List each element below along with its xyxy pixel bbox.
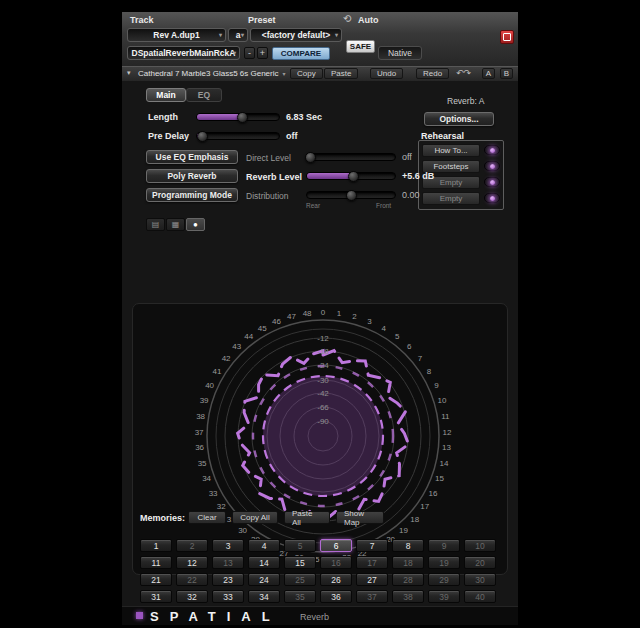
memory-button-32[interactable]: 32 bbox=[176, 590, 208, 603]
view-list-button[interactable]: ▤ bbox=[146, 218, 165, 231]
memory-button-5[interactable]: 5 bbox=[284, 539, 316, 552]
settings-menu-caret-icon[interactable]: ▾ bbox=[127, 69, 131, 77]
options-button[interactable]: Options... bbox=[424, 112, 494, 126]
memory-button-31[interactable]: 31 bbox=[140, 590, 172, 603]
rehearsal-led-2[interactable] bbox=[484, 161, 500, 171]
predelay-slider[interactable] bbox=[196, 132, 280, 140]
memory-button-17[interactable]: 17 bbox=[356, 556, 388, 569]
plugin-selector[interactable]: DSpatialReverbMainRckA ▾ bbox=[127, 46, 240, 60]
memory-button-28[interactable]: 28 bbox=[392, 573, 424, 586]
direct-level-slider[interactable] bbox=[306, 153, 396, 161]
memory-button-19[interactable]: 19 bbox=[428, 556, 460, 569]
setting-name[interactable]: Cathedral 7 Marble3 Glass5 6s Generic▾ bbox=[138, 69, 286, 78]
memory-button-11[interactable]: 11 bbox=[140, 556, 172, 569]
memory-button-36[interactable]: 36 bbox=[320, 590, 352, 603]
reverb-level-slider[interactable] bbox=[306, 172, 396, 180]
length-slider[interactable] bbox=[196, 113, 280, 121]
polar-display[interactable]: 0123456789101112131415161718192021222324… bbox=[133, 304, 507, 574]
memory-button-16[interactable]: 16 bbox=[320, 556, 352, 569]
reverb-level-value[interactable]: +5.6 dB bbox=[402, 171, 434, 181]
memory-button-20[interactable]: 20 bbox=[464, 556, 496, 569]
predelay-slider-knob[interactable] bbox=[197, 131, 208, 142]
predelay-value[interactable]: off bbox=[286, 131, 298, 141]
track-selector[interactable]: Rev A.dup1 ▾ bbox=[127, 28, 226, 42]
reverb-level-slider-knob[interactable] bbox=[348, 171, 359, 182]
distribution-value[interactable]: 0.00 bbox=[402, 190, 420, 200]
view-polar-button[interactable]: ● bbox=[186, 218, 205, 231]
memory-button-25[interactable]: 25 bbox=[284, 573, 316, 586]
memory-button-3[interactable]: 3 bbox=[212, 539, 244, 552]
preset-increment-button[interactable]: + bbox=[257, 47, 268, 59]
memory-button-33[interactable]: 33 bbox=[212, 590, 244, 603]
length-value[interactable]: 6.83 Sec bbox=[286, 112, 322, 122]
led-dot-icon bbox=[490, 148, 495, 153]
length-label: Length bbox=[148, 112, 178, 122]
memory-button-4[interactable]: 4 bbox=[248, 539, 280, 552]
memory-button-30[interactable]: 30 bbox=[464, 573, 496, 586]
memory-button-29[interactable]: 29 bbox=[428, 573, 460, 586]
memory-button-1[interactable]: 1 bbox=[140, 539, 172, 552]
distribution-slider-knob[interactable] bbox=[346, 190, 357, 201]
memory-button-7[interactable]: 7 bbox=[356, 539, 388, 552]
memory-button-2[interactable]: 2 bbox=[176, 539, 208, 552]
setting-b-button[interactable]: B bbox=[500, 68, 513, 79]
automation-letter-selector[interactable]: a ▾ bbox=[228, 28, 248, 42]
copy-all-button[interactable]: Copy All bbox=[232, 511, 278, 524]
safe-button[interactable]: SAFE bbox=[346, 40, 375, 53]
direct-level-value[interactable]: off bbox=[402, 152, 412, 162]
memory-button-8[interactable]: 8 bbox=[392, 539, 424, 552]
preset-selector[interactable]: <factory default> ▾ bbox=[250, 28, 342, 42]
memory-button-9[interactable]: 9 bbox=[428, 539, 460, 552]
memory-button-10[interactable]: 10 bbox=[464, 539, 496, 552]
memory-button-39[interactable]: 39 bbox=[428, 590, 460, 603]
compare-button[interactable]: COMPARE bbox=[272, 47, 330, 60]
rehearsal-led-3[interactable] bbox=[484, 177, 500, 187]
rehearsal-led-1[interactable] bbox=[484, 145, 500, 155]
native-button[interactable]: Native bbox=[378, 46, 422, 60]
preset-revert-icon[interactable]: ⟲ bbox=[343, 14, 351, 24]
memory-button-27[interactable]: 27 bbox=[356, 573, 388, 586]
setting-a-button[interactable]: A bbox=[482, 68, 495, 79]
memory-button-18[interactable]: 18 bbox=[392, 556, 424, 569]
polar-speaker-label: 8 bbox=[427, 367, 432, 376]
show-map-button[interactable]: Show Map bbox=[336, 511, 384, 524]
copy-button[interactable]: Copy bbox=[290, 68, 323, 79]
preset-decrement-button[interactable]: - bbox=[244, 47, 255, 59]
clear-button[interactable]: Clear bbox=[188, 511, 226, 524]
polar-speaker-label: 40 bbox=[205, 381, 214, 390]
length-slider-knob[interactable] bbox=[237, 112, 248, 123]
memory-button-13[interactable]: 13 bbox=[212, 556, 244, 569]
memory-button-35[interactable]: 35 bbox=[284, 590, 316, 603]
memory-button-40[interactable]: 40 bbox=[464, 590, 496, 603]
memory-button-37[interactable]: 37 bbox=[356, 590, 388, 603]
memory-button-14[interactable]: 14 bbox=[248, 556, 280, 569]
paste-all-button[interactable]: Paste All bbox=[284, 511, 330, 524]
rehearsal-item-how-to[interactable]: How To... bbox=[422, 144, 480, 157]
paste-button[interactable]: Paste bbox=[324, 68, 358, 79]
settings-toolbar: ▾ Cathedral 7 Marble3 Glass5 6s Generic▾… bbox=[122, 66, 518, 82]
memory-button-38[interactable]: 38 bbox=[392, 590, 424, 603]
memory-button-22[interactable]: 22 bbox=[176, 573, 208, 586]
memory-button-24[interactable]: 24 bbox=[248, 573, 280, 586]
memory-button-34[interactable]: 34 bbox=[248, 590, 280, 603]
memory-button-26[interactable]: 26 bbox=[320, 573, 352, 586]
memory-button-15[interactable]: 15 bbox=[284, 556, 316, 569]
undo-button[interactable]: Undo bbox=[370, 68, 403, 79]
memory-button-23[interactable]: 23 bbox=[212, 573, 244, 586]
view-grid-button[interactable]: ▦ bbox=[166, 218, 185, 231]
programming-mode-button[interactable]: Programming Mode bbox=[146, 188, 238, 202]
rehearsal-item-empty-2[interactable]: Empty bbox=[422, 192, 480, 205]
direct-level-slider-knob[interactable] bbox=[305, 152, 316, 163]
distribution-slider[interactable] bbox=[306, 191, 396, 199]
poly-reverb-button[interactable]: Poly Reverb bbox=[146, 169, 238, 183]
use-eq-emphasis-button[interactable]: Use EQ Emphasis bbox=[146, 150, 238, 164]
history-arrows-icon[interactable]: ↶↷ bbox=[456, 68, 471, 79]
memory-button-12[interactable]: 12 bbox=[176, 556, 208, 569]
target-icon[interactable] bbox=[500, 30, 514, 44]
rehearsal-led-4[interactable] bbox=[484, 193, 500, 203]
memory-button-6[interactable]: 6 bbox=[320, 539, 352, 552]
redo-button[interactable]: Redo bbox=[416, 68, 449, 79]
tab-main[interactable]: Main bbox=[146, 88, 186, 102]
tab-eq[interactable]: EQ bbox=[186, 88, 222, 102]
memory-button-21[interactable]: 21 bbox=[140, 573, 172, 586]
